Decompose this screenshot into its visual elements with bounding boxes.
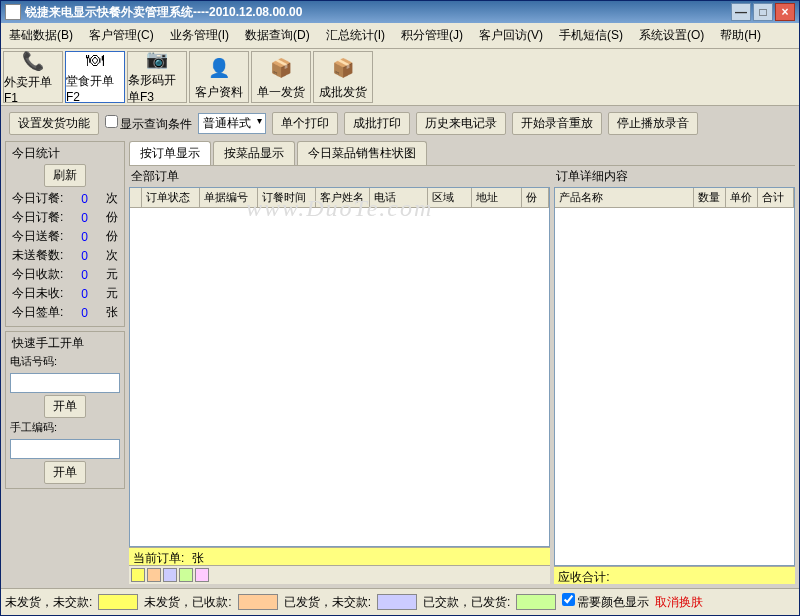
watermark: www.DuoTe.com [246,195,433,222]
tool-customer[interactable]: 👤客户资料 [189,51,249,103]
tool-takeout-f1[interactable]: 📞外卖开单F1 [3,51,63,103]
phone-label: 电话号码: [10,354,120,369]
window-title: 锐捷来电显示快餐外卖管理系统----2010.12.08.00.00 [25,4,729,21]
phone-icon: 📞 [19,50,47,72]
stop-replay-button[interactable]: 停止播放录音 [608,112,698,135]
menu-basedata[interactable]: 基础数据(B) [5,25,77,46]
menu-summary[interactable]: 汇总统计(I) [322,25,389,46]
stat-row: 今日送餐:0份 [10,227,120,246]
stat-row: 今日订餐:0次 [10,189,120,208]
manual-code-input[interactable] [10,439,120,459]
col-price[interactable]: 单价 [726,188,758,207]
tool-batch-ship[interactable]: 📦成批发货 [313,51,373,103]
swatch [163,568,177,582]
today-stats-title: 今日统计 [10,145,62,162]
legend-color [377,594,417,610]
quick-order-group: 快速手工开单 电话号码: 开单 手工编码: 开单 [5,331,125,489]
swatch [147,568,161,582]
order-detail-title: 订单详细内容 [554,166,795,187]
style-select[interactable]: 普通样式 [198,113,266,134]
close-button[interactable]: × [775,3,795,21]
menu-business[interactable]: 业务管理(I) [166,25,233,46]
cancel-skin-link[interactable]: 取消换肤 [655,594,703,611]
legend-color [98,594,138,610]
bottom-status-bar: 未发货，未交款: 未发货，已收款: 已发货，未交款: 已交款，已发货: 需要颜色… [1,588,799,615]
col-total[interactable]: 合计 [758,188,794,207]
col-area[interactable]: 区域 [428,188,472,207]
legend-label: 未发货，已收款: [144,594,231,611]
call-history-button[interactable]: 历史来电记录 [416,112,506,135]
tool-barcode-f3[interactable]: 📷条形码开单F3 [127,51,187,103]
detail-grid[interactable]: 产品名称 数量 单价 合计 [554,187,795,566]
open-order-button-1[interactable]: 开单 [44,395,86,418]
control-row: 设置发货功能 显示查询条件 普通样式 单个打印 成批打印 历史来电记录 开始录音… [5,110,795,137]
tab-bar: 按订单显示 按菜品显示 今日菜品销售柱状图 [129,141,795,166]
refresh-button[interactable]: 刷新 [44,164,86,187]
print-batch-button[interactable]: 成批打印 [344,112,410,135]
orders-grid[interactable]: 订单状态 单据编号 订餐时间 客户姓名 电话 区域 地址 份 www.DuoTe… [129,187,550,547]
legend-label: 已发货，未交款: [284,594,371,611]
tool-dinein-f2[interactable]: 🍽堂食开单F2 [65,51,125,103]
barcode-icon: 📷 [143,48,171,70]
print-single-button[interactable]: 单个打印 [272,112,338,135]
swatch [195,568,209,582]
batch-icon: 📦 [329,54,357,82]
col-count[interactable]: 数量 [694,188,726,207]
app-icon: 田 [5,4,21,20]
open-order-button-2[interactable]: 开单 [44,461,86,484]
menu-followup[interactable]: 客户回访(V) [475,25,547,46]
tab-by-dish[interactable]: 按菜品显示 [213,141,295,165]
show-query-checkbox[interactable]: 显示查询条件 [105,115,192,133]
menubar: 基础数据(B) 客户管理(C) 业务管理(I) 数据查询(D) 汇总统计(I) … [1,23,799,49]
stat-row: 未送餐数:0次 [10,246,120,265]
maximize-button[interactable]: □ [753,3,773,21]
setup-ship-button[interactable]: 设置发货功能 [9,112,99,135]
minimize-button[interactable]: — [731,3,751,21]
tab-chart[interactable]: 今日菜品销售柱状图 [297,141,427,165]
swatch [131,568,145,582]
menu-query[interactable]: 数据查询(D) [241,25,314,46]
dine-icon: 🍽 [81,50,109,71]
legend-label: 已交款，已发货: [423,594,510,611]
stat-row: 今日签单:0张 [10,303,120,322]
col-addr[interactable]: 地址 [472,188,522,207]
legend-label: 未发货，未交款: [5,594,92,611]
need-color-checkbox[interactable]: 需要颜色显示 [562,593,649,611]
col-status[interactable]: 订单状态 [142,188,200,207]
menu-sms[interactable]: 手机短信(S) [555,25,627,46]
quick-order-title: 快速手工开单 [10,335,86,352]
today-stats-group: 今日统计 刷新 今日订餐:0次 今日订餐:0份 今日送餐:0份 未送餐数:0次 … [5,141,125,327]
phone-input[interactable] [10,373,120,393]
menu-settings[interactable]: 系统设置(O) [635,25,708,46]
menu-help[interactable]: 帮助(H) [716,25,765,46]
detail-footer: 应收合计: [554,566,795,584]
legend-color [238,594,278,610]
stat-row: 今日收款:0元 [10,265,120,284]
start-replay-button[interactable]: 开始录音重放 [512,112,602,135]
menu-customer[interactable]: 客户管理(C) [85,25,158,46]
stat-row: 今日未收:0元 [10,284,120,303]
color-strip [129,565,550,584]
toolbar: 📞外卖开单F1 🍽堂食开单F2 📷条形码开单F3 👤客户资料 📦单一发货 📦成批… [1,49,799,106]
col-product[interactable]: 产品名称 [555,188,694,207]
manual-label: 手工编码: [10,420,120,435]
stat-row: 今日订餐:0份 [10,208,120,227]
col-qty[interactable]: 份 [522,188,549,207]
titlebar: 田 锐捷来电显示快餐外卖管理系统----2010.12.08.00.00 — □… [1,1,799,23]
legend-color [516,594,556,610]
menu-points[interactable]: 积分管理(J) [397,25,467,46]
customer-icon: 👤 [205,54,233,82]
orders-footer: 当前订单: 张 [129,547,550,565]
all-orders-title: 全部订单 [129,166,550,187]
tool-single-ship[interactable]: 📦单一发货 [251,51,311,103]
swatch [179,568,193,582]
tab-by-order[interactable]: 按订单显示 [129,141,211,165]
ship-icon: 📦 [267,54,295,82]
